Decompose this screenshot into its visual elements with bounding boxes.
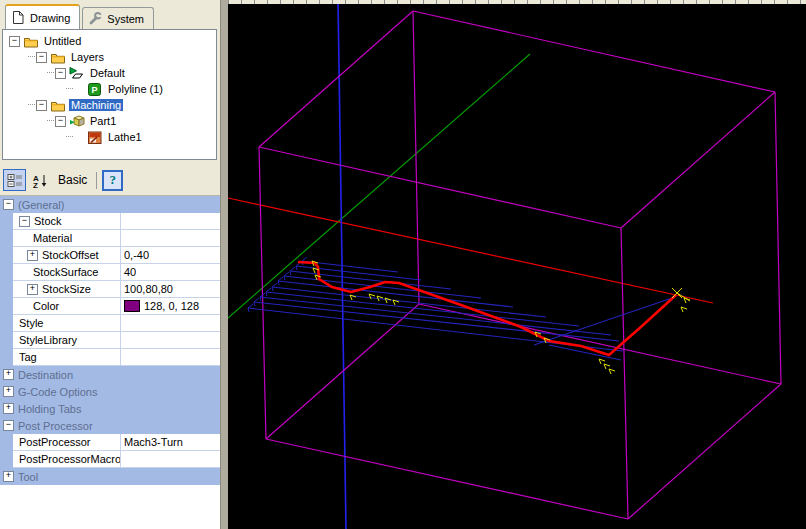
tree-connector [66, 136, 73, 138]
category-expander[interactable]: − [3, 199, 14, 210]
category-row-destination[interactable]: +Destination [0, 366, 220, 383]
property-value-cell[interactable]: 128, 0, 128 [121, 298, 220, 315]
categorized-button[interactable] [3, 169, 26, 191]
layer-icon [69, 66, 85, 81]
tree-expander[interactable]: − [9, 36, 20, 47]
category-expander[interactable]: − [3, 420, 14, 431]
property-value-cell[interactable] [121, 315, 220, 332]
property-name-cell[interactable]: PostProcessorMacros [13, 451, 121, 468]
grid-gutter [0, 451, 13, 468]
property-name-cell[interactable]: Color [13, 298, 121, 315]
property-name-cell[interactable]: −Stock [13, 213, 121, 230]
property-value-label: 100,80,80 [124, 283, 173, 295]
tree-expander[interactable]: − [36, 52, 47, 63]
property-row-color[interactable]: Color128, 0, 128 [0, 298, 220, 315]
grid-gutter [0, 247, 13, 264]
tab-drawing[interactable]: Drawing [5, 4, 80, 29]
help-button[interactable]: ? [102, 170, 123, 191]
property-value-label: 40 [124, 266, 136, 278]
property-value-cell[interactable]: 100,80,80 [121, 281, 220, 298]
panel-splitter[interactable] [220, 0, 228, 529]
property-row-stocksize[interactable]: +StockSize100,80,80 [0, 281, 220, 298]
property-name-cell[interactable]: Material [13, 230, 121, 247]
property-toolbar: A Z Basic ? [0, 165, 220, 195]
property-value-cell[interactable] [121, 213, 220, 230]
category-expander[interactable]: + [3, 386, 14, 397]
alphabetical-sort-button[interactable]: A Z [28, 169, 51, 191]
tree-item-untitled[interactable]: −Untitled [3, 33, 216, 49]
folder-icon [50, 50, 66, 65]
category-label: Holding Tabs [18, 403, 81, 415]
tree-item-lathe1[interactable]: Lathe1 [3, 129, 216, 145]
tree-item-label: Machining [69, 99, 123, 111]
category-expander[interactable]: + [3, 471, 14, 482]
grid-gutter [0, 264, 13, 281]
grid-gutter [0, 349, 13, 366]
property-row-stocksurface[interactable]: StockSurface40 [0, 264, 220, 281]
property-value-cell[interactable] [121, 332, 220, 349]
property-value-cell[interactable] [121, 230, 220, 247]
tree-item-polyline-1[interactable]: PPolyline (1) [3, 81, 216, 97]
category-row-general[interactable]: −(General) [0, 196, 220, 213]
category-expander[interactable]: + [3, 369, 14, 380]
category-row-post-processor[interactable]: −Post Processor [0, 417, 220, 434]
property-value-cell[interactable]: Mach3-Turn [121, 434, 220, 451]
property-value-cell[interactable] [121, 349, 220, 366]
property-name-cell[interactable]: +StockOffset [13, 247, 121, 264]
tree-item-layers[interactable]: −Layers [3, 49, 216, 65]
category-row-g-code-options[interactable]: +G-Code Options [0, 383, 220, 400]
property-name-label: PostProcessor [19, 436, 91, 448]
property-value-cell[interactable]: 0,-40 [121, 247, 220, 264]
property-expander[interactable]: + [27, 284, 38, 295]
grid-gutter [0, 213, 13, 230]
color-swatch[interactable] [124, 300, 140, 312]
property-row-stock[interactable]: −Stock [0, 213, 220, 230]
tree-item-default[interactable]: −Default [3, 65, 216, 81]
tree-expander[interactable]: − [55, 68, 66, 79]
property-expander[interactable]: + [27, 250, 38, 261]
left-panel: Drawing System −Untitled−Layers−DefaultP… [0, 0, 220, 529]
property-row-stockoffset[interactable]: +StockOffset0,-40 [0, 247, 220, 264]
category-row-tool[interactable]: +Tool [0, 468, 220, 485]
tree-expander[interactable]: − [36, 100, 47, 111]
property-name-label: PostProcessorMacros [19, 453, 121, 465]
category-row-holding-tabs[interactable]: +Holding Tabs [0, 400, 220, 417]
property-row-postprocessormacros[interactable]: PostProcessorMacros [0, 451, 220, 468]
property-grid: −(General)−StockMaterial+StockOffset0,-4… [0, 195, 220, 529]
property-row-tag[interactable]: Tag [0, 349, 220, 366]
property-name-label: StockOffset [42, 249, 99, 261]
tree-item-label: Lathe1 [106, 131, 144, 143]
tree-item-label: Part1 [88, 115, 118, 127]
toolbar-separator [96, 172, 97, 189]
property-expander[interactable]: − [19, 216, 30, 227]
property-name-cell[interactable]: Tag [13, 349, 121, 366]
property-name-label: StockSize [42, 283, 91, 295]
scene-canvas[interactable] [228, 4, 806, 529]
property-name-label: Style [19, 317, 43, 329]
property-value-cell[interactable]: 40 [121, 264, 220, 281]
tab-system-label: System [107, 13, 144, 25]
tree-item-part1[interactable]: −Part1 [3, 113, 216, 129]
property-row-material[interactable]: Material [0, 230, 220, 247]
property-name-cell[interactable]: PostProcessor [13, 434, 121, 451]
grid-gutter [0, 315, 13, 332]
property-name-cell[interactable]: StyleLibrary [13, 332, 121, 349]
tree-expander[interactable]: − [55, 116, 66, 127]
category-expander[interactable]: + [3, 403, 14, 414]
property-row-stylelibrary[interactable]: StyleLibrary [0, 332, 220, 349]
tab-system[interactable]: System [82, 7, 154, 29]
property-name-cell[interactable]: StockSurface [13, 264, 121, 281]
property-name-cell[interactable]: Style [13, 315, 121, 332]
property-row-style[interactable]: Style [0, 315, 220, 332]
basic-mode-label: Basic [58, 173, 87, 187]
property-name-label: Color [33, 300, 59, 312]
tree-item-machining[interactable]: −Machining [3, 97, 216, 113]
property-name-label: Stock [34, 215, 62, 227]
viewport-3d[interactable] [228, 0, 806, 529]
property-row-postprocessor[interactable]: PostProcessorMach3-Turn [0, 434, 220, 451]
tree-connector [66, 88, 73, 90]
grid-gutter [0, 434, 13, 451]
property-value-cell[interactable] [121, 451, 220, 468]
page-icon [11, 10, 26, 25]
property-name-cell[interactable]: +StockSize [13, 281, 121, 298]
